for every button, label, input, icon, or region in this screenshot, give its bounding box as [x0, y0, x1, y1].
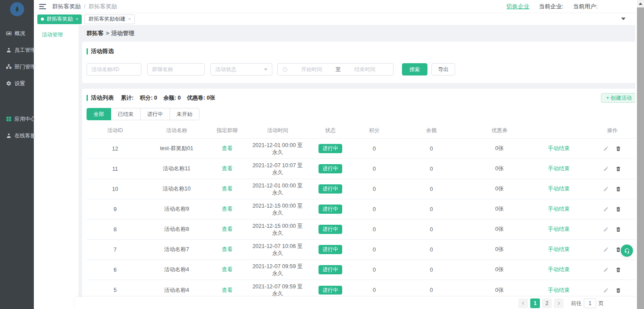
vertical-scrollbar[interactable] — [637, 0, 644, 309]
status-tab-ended[interactable]: 已结束 — [111, 108, 141, 120]
close-icon[interactable]: × — [128, 17, 130, 22]
cell-status: 进行中 — [311, 245, 350, 254]
tab-group-reward[interactable]: 群拓客奖励 × — [37, 14, 82, 24]
range-separator: 至 — [336, 66, 341, 73]
cell-activity-name: 活动名称4 — [144, 287, 210, 294]
switch-company-link[interactable]: 切换企业 — [507, 3, 529, 11]
list-header: 活动列表 累计: 积分: 0 余额: 0 优惠卷: 0张 + 创建活动 — [87, 93, 637, 103]
manual-end-link[interactable]: 手动结束 — [548, 165, 570, 172]
delete-icon[interactable] — [615, 247, 621, 252]
header-breadcrumb-root[interactable]: 群拓客奖励 — [52, 3, 81, 11]
edit-icon[interactable] — [603, 186, 609, 192]
cell-actions: 手动结束 — [535, 266, 637, 273]
pagination-page-1[interactable]: 1 — [530, 298, 540, 308]
cell-status: 进行中 — [311, 184, 350, 193]
close-icon[interactable]: × — [76, 17, 78, 22]
goto-page-input[interactable] — [584, 298, 596, 308]
cell-activity-id: 5 — [87, 287, 144, 293]
header-breadcrumb-current: 群拓客奖励 — [89, 3, 117, 11]
cell-activity-name: 活动名称10 — [144, 185, 210, 193]
activity-name-input[interactable] — [87, 63, 141, 75]
edit-icon[interactable] — [603, 287, 609, 293]
sidebar-item-online-service[interactable]: 在线客服 — [0, 127, 34, 144]
summary-coupons: 优惠卷: 0张 — [187, 94, 215, 102]
cell-status: 进行中 — [311, 164, 350, 173]
sidebar-item-overview[interactable]: 概况 — [0, 25, 34, 42]
sidebar-item-label: 设置 — [14, 80, 25, 87]
status-tab-running[interactable]: 进行中 — [140, 108, 170, 120]
cell-actions: 手动结束 — [535, 145, 637, 152]
edit-icon[interactable] — [603, 247, 609, 252]
manual-end-link[interactable]: 手动结束 — [548, 226, 570, 233]
manual-end-link[interactable]: 手动结束 — [548, 205, 570, 213]
edit-icon[interactable] — [603, 226, 609, 232]
delete-icon[interactable] — [615, 186, 621, 192]
filter-title: 活动筛选 — [87, 47, 637, 55]
view-group-link[interactable]: 查看 — [210, 287, 245, 294]
manual-end-link[interactable]: 手动结束 — [548, 287, 570, 294]
manual-end-link[interactable]: 手动结束 — [548, 246, 570, 253]
list-title: 活动列表 — [87, 94, 114, 102]
pagination-next-button[interactable] — [554, 298, 564, 308]
delete-icon[interactable] — [615, 287, 621, 293]
cell-balance: 0 — [398, 226, 464, 233]
sidebar-item-departments[interactable]: 部门管理 — [0, 58, 34, 75]
table-row: 12 test-群奖励01 查看 2021-12-01 00:00 至 永久 进… — [87, 139, 637, 159]
row-icons — [603, 267, 637, 273]
tab-group-reward-create[interactable]: 群拓客奖励创建 × — [84, 14, 134, 24]
submenu-item-activity-management[interactable]: 活动管理 — [34, 29, 79, 41]
create-activity-button[interactable]: + 创建活动 — [601, 93, 637, 103]
edit-icon[interactable] — [603, 206, 609, 212]
sidebar-item-label: 概况 — [14, 30, 25, 37]
menu-toggle-icon[interactable] — [39, 4, 46, 9]
activity-status-select[interactable]: 活动状态 — [210, 63, 272, 75]
scrollbar-thumb[interactable] — [637, 7, 644, 309]
status-badge: 进行中 — [318, 164, 342, 173]
customer-service-button[interactable] — [621, 244, 633, 257]
delete-icon[interactable] — [615, 146, 621, 151]
pagination-page-2[interactable]: 2 — [542, 298, 552, 308]
sidebar-item-label: 应用中心 — [14, 115, 36, 123]
delete-icon[interactable] — [615, 226, 621, 232]
chevron-down-icon — [264, 68, 268, 71]
cell-balance: 0 — [398, 287, 464, 293]
sidebar-item-settings[interactable]: 设置 — [0, 75, 34, 92]
app-root: 概况 员工管理 部门管理 设置 应用中心 在线客服 — [0, 0, 644, 309]
chevron-down-icon[interactable] — [621, 18, 626, 20]
view-group-link[interactable]: 查看 — [210, 145, 245, 152]
top-header: 群拓客奖励 / 群拓客奖励 切换企业 当前企业: 当前用户: — [34, 0, 644, 13]
delete-icon[interactable] — [615, 206, 621, 212]
status-tab-not-started[interactable]: 未开始 — [170, 108, 199, 120]
view-group-link[interactable]: 查看 — [210, 205, 245, 213]
search-button[interactable]: 搜索 — [402, 63, 427, 75]
breadcrumb-separator: / — [84, 3, 86, 10]
pagination-prev-button[interactable] — [518, 298, 528, 308]
cell-status: 进行中 — [311, 144, 350, 153]
export-button[interactable]: 导出 — [431, 63, 455, 75]
delete-icon[interactable] — [615, 166, 621, 172]
manual-end-link[interactable]: 手动结束 — [548, 185, 570, 193]
view-group-link[interactable]: 查看 — [210, 246, 245, 253]
filter-card: 活动筛选 活动状态 开始时间 至 结束时间 — [82, 42, 641, 83]
status-tab-all[interactable]: 全部 — [87, 108, 111, 120]
group-name-input[interactable] — [147, 63, 205, 75]
cell-actions: 手动结束 — [535, 287, 637, 294]
edit-icon[interactable] — [603, 166, 609, 172]
cell-points: 0 — [350, 247, 398, 253]
table-row: 11 活动名称11 查看 2021-12-07 10:07 至 永久 进行中 0… — [87, 159, 637, 179]
cell-coupons: 0张 — [464, 266, 535, 273]
delete-icon[interactable] — [615, 267, 621, 273]
manual-end-link[interactable]: 手动结束 — [548, 266, 570, 273]
row-icons — [603, 287, 637, 293]
scrollbar-up-arrow-icon[interactable] — [637, 0, 644, 7]
view-group-link[interactable]: 查看 — [210, 266, 245, 273]
date-range-picker[interactable]: 开始时间 至 结束时间 — [277, 63, 394, 75]
view-group-link[interactable]: 查看 — [210, 226, 245, 233]
sidebar-item-app-center[interactable]: 应用中心 — [0, 111, 34, 127]
edit-icon[interactable] — [603, 267, 609, 273]
edit-icon[interactable] — [603, 146, 609, 151]
sidebar-item-employees[interactable]: 员工管理 — [0, 42, 34, 58]
view-group-link[interactable]: 查看 — [210, 165, 245, 172]
view-group-link[interactable]: 查看 — [210, 185, 245, 193]
manual-end-link[interactable]: 手动结束 — [548, 145, 570, 152]
